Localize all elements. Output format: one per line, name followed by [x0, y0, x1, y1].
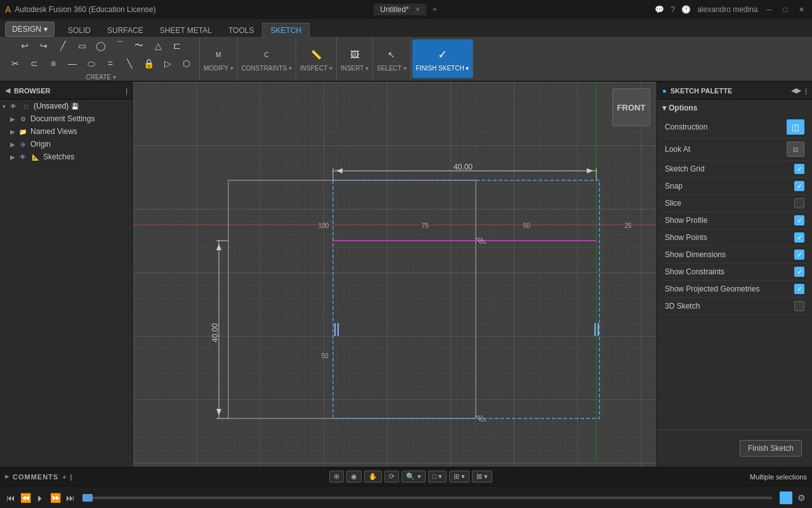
browser-item-sketches[interactable]: ▶ 👁 📐 Sketches [0, 150, 133, 163]
showpoints-checkbox[interactable]: ✓ [794, 232, 804, 243]
snap-checkbox[interactable]: ✓ [794, 181, 804, 191]
finish-sketch-button[interactable]: Finish Sketch [740, 440, 802, 457]
viewport-pan-btn[interactable]: ✋ [364, 471, 382, 483]
browser-item-namedviews[interactable]: ▶ 📁 Named Views [0, 125, 133, 138]
sketches-eye-icon[interactable]: 👁 [18, 152, 28, 162]
3dsketch-checkbox[interactable] [794, 301, 804, 311]
namedviews-arrow[interactable]: ▶ [10, 128, 15, 135]
viewport-snap-btn[interactable]: ⊠ ▾ [472, 471, 492, 483]
inspect-icon[interactable]: 📏 [307, 46, 325, 64]
look-at-button[interactable]: ⊡ [787, 142, 804, 157]
maximize-button[interactable]: □ [780, 6, 790, 13]
ellipse-icon[interactable]: ⬭ [82, 55, 100, 72]
visibility-icon[interactable]: 👁 [8, 101, 18, 111]
constraints-arrow[interactable]: ▾ [289, 65, 292, 72]
browser-collapse-icon[interactable]: ◀ [5, 86, 10, 95]
canvas-area[interactable]: 40.00 40.00 50 25 50 [133, 82, 657, 467]
construction-button[interactable]: ◫ [787, 119, 804, 135]
pb-last-icon[interactable]: ⏭ [66, 493, 75, 503]
finish-check-icon[interactable]: ✓ [433, 46, 451, 64]
lock-icon[interactable]: 🔒 [140, 55, 157, 72]
insert-icon[interactable]: 🖼 [346, 46, 363, 64]
showconstraints-checkbox[interactable]: ✓ [794, 267, 804, 277]
tab-tools[interactable]: TOOLS [220, 23, 262, 37]
comments-pin-icon[interactable]: | [70, 473, 72, 481]
browser-item-docsettings[interactable]: ▶ ⚙ Document Settings [0, 112, 133, 125]
sketches-label: Sketches [43, 152, 74, 161]
line2-icon[interactable]: — [63, 55, 81, 72]
minimize-button[interactable]: ─ [764, 6, 775, 13]
showprojected-checkbox[interactable]: ✓ [794, 284, 804, 294]
showdim-checkbox[interactable]: ✓ [794, 250, 804, 260]
browser-item-origin[interactable]: ▶ ⊕ Origin [0, 138, 133, 150]
cspline-icon[interactable]: ⊂ [25, 55, 43, 72]
create-arrow[interactable]: ▾ [113, 74, 116, 81]
tab-solid[interactable]: SOLID [60, 23, 99, 37]
viewport-grid-btn[interactable]: ⊞ ▾ [449, 471, 469, 483]
slant-icon[interactable]: ╲ [121, 55, 138, 72]
options-section-header[interactable]: ▾ Options [662, 104, 807, 112]
tab-sketch[interactable]: SKETCH [262, 23, 310, 37]
redo-icon[interactable]: ↪ [35, 37, 53, 55]
root-arrow[interactable]: ▾ [3, 103, 6, 110]
slice-checkbox[interactable] [794, 198, 804, 208]
undo-icon[interactable]: ↩ [16, 37, 34, 55]
viewport-zoom-btn[interactable]: ⟳ [384, 471, 399, 483]
circle-icon[interactable]: ◯ [92, 37, 110, 55]
close-button[interactable]: ✕ [796, 6, 807, 14]
palette-expand-icon[interactable]: ◀▶ [791, 86, 801, 95]
help-icon[interactable]: ? [671, 5, 675, 14]
sketchgrid-checkbox[interactable]: ✓ [794, 164, 804, 174]
arc-icon[interactable]: ⌒ [111, 37, 129, 55]
scissors-icon[interactable]: ✂ [6, 55, 24, 72]
ribbon-tab-row: DESIGN ▾ SOLID SURFACE SHEET METAL TOOLS… [0, 19, 812, 37]
browser-pin-icon[interactable]: | [126, 87, 128, 95]
triangle-icon[interactable]: △ [149, 37, 167, 55]
finish-sketch-ribbon-label[interactable]: FINISH SKETCH ▾ [416, 65, 469, 72]
comments-expand-icon[interactable]: ▸ [5, 472, 9, 481]
pb-first-icon[interactable]: ⏮ [6, 493, 15, 503]
inspect-arrow[interactable]: ▾ [329, 65, 332, 72]
select-arrow[interactable]: ▾ [403, 65, 407, 72]
constraints-label: CONSTRAINTS ▾ [242, 65, 292, 72]
constraint-icon1[interactable]: C [258, 46, 275, 64]
pb-play-icon[interactable]: ⏵ [36, 493, 45, 503]
docsettings-arrow[interactable]: ▶ [10, 116, 15, 123]
document-tab[interactable]: Untitled* × [374, 4, 426, 15]
hex-icon[interactable]: ⬡ [178, 55, 195, 72]
insert-arrow[interactable]: ▾ [365, 65, 369, 72]
origin-arrow[interactable]: ▶ [10, 141, 15, 148]
tab-surface[interactable]: SURFACE [99, 23, 152, 37]
viewport-fit-btn[interactable]: 🔍 ▾ [402, 471, 425, 483]
design-dropdown[interactable]: DESIGN ▾ [5, 22, 55, 37]
pb-settings-icon[interactable]: ⚙ [797, 493, 806, 503]
pb-next-icon[interactable]: ⏩ [50, 493, 61, 503]
close-tab-icon[interactable]: × [416, 5, 420, 14]
clock-icon[interactable]: 🕐 [681, 5, 691, 14]
viewport-orbit-btn[interactable]: ◉ [346, 471, 362, 483]
notification-icon[interactable]: 💬 [655, 5, 664, 14]
rect-icon[interactable]: ▭ [73, 37, 91, 55]
showprofile-checkbox[interactable]: ✓ [794, 215, 804, 225]
modify-icon1[interactable]: M [209, 46, 227, 64]
playback-thumb[interactable] [82, 494, 93, 502]
select-icon[interactable]: ↖ [383, 46, 400, 64]
view-cube[interactable]: FRONT [612, 88, 650, 126]
new-tab-icon[interactable]: + [433, 5, 437, 14]
modify-arrow[interactable]: ▾ [230, 65, 233, 72]
pb-prev-icon[interactable]: ⏪ [20, 493, 31, 503]
viewport-select-btn[interactable]: ⊕ [329, 471, 344, 483]
browser-item-root[interactable]: ▾ 👁 □ (Unsaved) 💾 [0, 100, 133, 112]
viewport-display-btn[interactable]: □ ▾ [428, 471, 447, 483]
offset-icon[interactable]: ⊏ [168, 37, 186, 55]
eq-icon[interactable]: = [102, 55, 119, 72]
playback-slider[interactable] [82, 497, 772, 499]
line-icon[interactable]: ╱ [54, 37, 72, 55]
spline-icon[interactable]: 〜 [130, 37, 148, 55]
hatch-icon[interactable]: ≡ [44, 55, 62, 72]
tab-sheetmetal[interactable]: SHEET METAL [152, 23, 220, 37]
palette-pin-icon[interactable]: | [805, 87, 807, 95]
sketches-arrow[interactable]: ▶ [10, 154, 15, 161]
comments-add-icon[interactable]: + [62, 473, 66, 481]
tri2-icon[interactable]: ▷ [159, 55, 176, 72]
